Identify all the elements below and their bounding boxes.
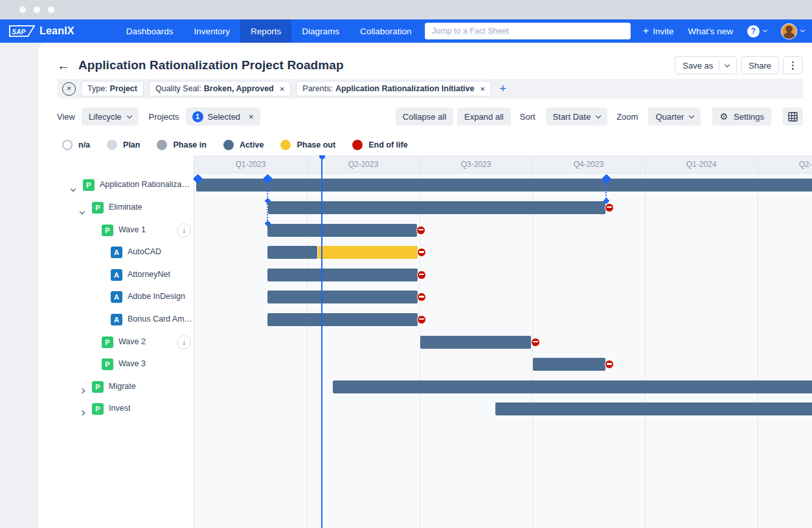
- projects-label: Projects: [149, 112, 179, 122]
- sort-dropdown[interactable]: Start Date: [546, 107, 608, 126]
- tree-item-label[interactable]: Adobe InDesign: [128, 292, 185, 301]
- selected-count-badge: 1: [192, 111, 203, 122]
- tree-item-label[interactable]: Wave 3: [118, 359, 146, 368]
- gantt-bar-active[interactable]: [267, 246, 317, 259]
- whats-new-link[interactable]: What’s new: [688, 27, 733, 36]
- tree-item-label[interactable]: AutoCAD: [128, 247, 161, 256]
- close-icon[interactable]: ×: [480, 84, 486, 94]
- nav-item-collaboration[interactable]: Collaboration: [350, 19, 422, 43]
- gantt-bar-active[interactable]: [533, 358, 605, 371]
- search-input[interactable]: [425, 23, 631, 39]
- tree-item-label[interactable]: Wave 1: [118, 225, 146, 234]
- settings-button[interactable]: ⚙ Settings: [712, 107, 771, 126]
- legend-dot: [157, 140, 167, 150]
- legend-label: n/a: [78, 140, 90, 149]
- gantt-bar-active[interactable]: [267, 291, 418, 303]
- window-dot[interactable]: [34, 6, 40, 13]
- sort-value: Start Date: [553, 112, 591, 122]
- tree-item-label[interactable]: Application Rationaliza…: [100, 180, 190, 189]
- end-of-life-icon: [417, 292, 426, 302]
- invite-button[interactable]: + Invite: [643, 25, 674, 37]
- nav-item-reports[interactable]: Reports: [240, 19, 291, 43]
- chevron-down-icon: [71, 186, 76, 192]
- gantt-bar-phase-out[interactable]: [318, 246, 418, 259]
- add-filter-button[interactable]: +: [499, 82, 506, 96]
- nav-item-diagrams[interactable]: Diagrams: [291, 19, 350, 43]
- plus-icon: +: [643, 25, 649, 37]
- filter-chip-2[interactable]: Quality Seal:Broken, Approved×: [149, 81, 291, 96]
- project-badge: P: [102, 336, 113, 348]
- tree-collapse-chevron[interactable]: [71, 182, 75, 193]
- window-dot[interactable]: [48, 6, 54, 13]
- quarter-gridline: [645, 155, 646, 528]
- gantt-bar-active[interactable]: [196, 179, 812, 192]
- tree-expand-chevron[interactable]: [80, 406, 84, 417]
- end-of-life-icon: [417, 315, 426, 324]
- close-icon[interactable]: ×: [249, 112, 254, 122]
- application-badge: A: [111, 314, 122, 325]
- project-badge: P: [83, 179, 95, 191]
- collapse-all-button[interactable]: Collapse all: [396, 107, 453, 126]
- end-of-life-icon: [416, 226, 425, 235]
- save-as-button[interactable]: Save as: [675, 56, 737, 74]
- title-actions: Save as Share ⋮: [675, 56, 803, 74]
- tree-item-label[interactable]: Invest: [109, 404, 130, 413]
- legend-label: End of life: [368, 140, 407, 149]
- tree-item-label[interactable]: Bonus Card Am…: [128, 314, 192, 324]
- controls-right: Collapse all Expand all Sort Start Date …: [396, 107, 803, 126]
- lifecycle-legend: n/aPlanPhase inActivePhase outEnd of lif…: [62, 137, 408, 153]
- clear-filters-button[interactable]: ×: [62, 82, 76, 96]
- fact-sheet-tree-panel: PApplication Rationaliza…PEliminatePWave…: [39, 155, 194, 528]
- help-menu[interactable]: ?: [747, 25, 767, 38]
- tree-collapse-chevron[interactable]: [80, 204, 84, 216]
- gantt-bar-active[interactable]: [495, 402, 812, 415]
- gantt-bar-active[interactable]: [267, 313, 418, 326]
- quarter-label-q1-2024: Q1-2024: [686, 155, 717, 173]
- title-row: ← Application Rationalization Project Ro…: [57, 54, 803, 76]
- chevron-down-icon: [689, 113, 694, 118]
- today-marker-dot: [319, 155, 325, 159]
- filter-chip-1[interactable]: Type:Project: [81, 81, 144, 96]
- gantt-bar-active[interactable]: [420, 336, 531, 349]
- divider: [719, 60, 719, 71]
- tree-item-label[interactable]: Migrate: [109, 382, 136, 391]
- gantt-bar-active[interactable]: [268, 201, 605, 214]
- end-of-life-icon: [605, 360, 614, 369]
- zoom-dropdown[interactable]: Quarter: [648, 107, 701, 126]
- settings-label: Settings: [734, 112, 764, 122]
- table-view-button[interactable]: [783, 107, 803, 126]
- leanix-logo[interactable]: SAP LeanIX: [9, 25, 74, 38]
- tree-item-label[interactable]: Wave 2: [118, 337, 146, 346]
- expand-all-button[interactable]: Expand all: [457, 107, 511, 126]
- gantt-bar-active[interactable]: [267, 269, 418, 281]
- projects-selected-chip[interactable]: 1 Selected ×: [186, 107, 260, 126]
- chevron-down-icon: [800, 28, 805, 32]
- user-menu[interactable]: [781, 23, 804, 39]
- filter-chip-3[interactable]: Parents:Application Rationalization Init…: [296, 81, 491, 96]
- tree-item-label[interactable]: AttorneyNet: [128, 270, 170, 279]
- view-value: Lifecycle: [89, 112, 122, 122]
- tree-expand-chevron[interactable]: [80, 384, 84, 395]
- scroll-to-bar-button[interactable]: ↓: [177, 335, 191, 349]
- gantt-bar-active[interactable]: [333, 380, 812, 393]
- close-icon: ×: [67, 84, 71, 93]
- gantt-bar-active[interactable]: [267, 224, 417, 237]
- tree-item-label[interactable]: Eliminate: [109, 203, 142, 212]
- kebab-icon: ⋮: [788, 60, 798, 71]
- view-dropdown[interactable]: Lifecycle: [82, 107, 139, 126]
- window-dot[interactable]: [19, 6, 26, 13]
- back-button[interactable]: ←: [57, 59, 70, 72]
- sap-logo-icon: SAP: [9, 25, 35, 38]
- today-line: [321, 155, 322, 528]
- chip-value: Project: [110, 84, 137, 93]
- scroll-to-bar-button[interactable]: ↓: [177, 223, 191, 237]
- more-options-button[interactable]: ⋮: [783, 56, 803, 74]
- navbar-right: + Invite What’s new ?: [643, 19, 804, 43]
- nav-item-inventory[interactable]: Inventory: [183, 19, 240, 43]
- close-icon[interactable]: ×: [280, 84, 285, 94]
- legend-dot: [223, 140, 234, 150]
- zoom-label: Zoom: [616, 112, 638, 122]
- legend-item-plan: Plan: [107, 140, 140, 150]
- share-button[interactable]: Share: [741, 56, 779, 74]
- nav-item-dashboards[interactable]: Dashboards: [116, 19, 184, 43]
